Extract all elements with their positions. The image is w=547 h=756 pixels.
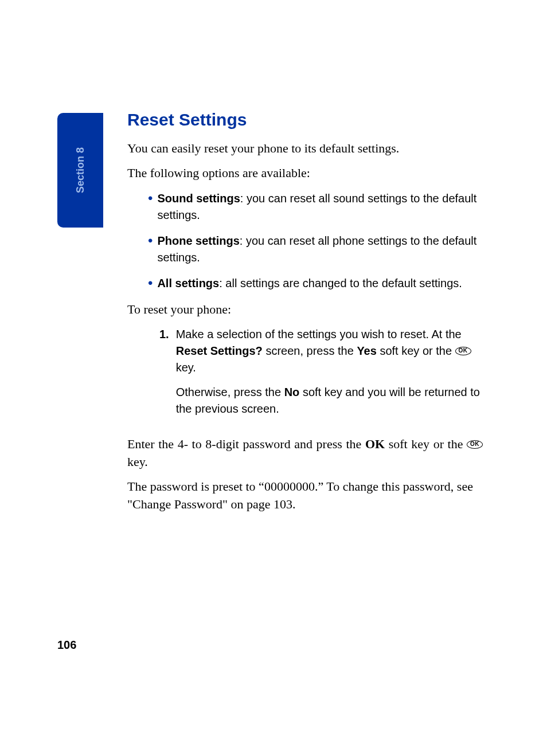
section-tab: Section 8: [57, 113, 103, 228]
intro-paragraph-1: You can easily reset your phone to its d…: [127, 140, 483, 158]
bullet-item: • All settings: all settings are changed…: [127, 275, 483, 292]
page-number: 106: [57, 639, 76, 652]
bullet-content: Phone settings: you can reset all phone …: [157, 233, 483, 266]
ok-key-icon: OK: [467, 440, 483, 449]
intro-paragraph-2: The following options are available:: [127, 164, 483, 182]
ok-key-icon: OK: [455, 347, 471, 355]
bullet-icon: •: [148, 276, 153, 293]
bullet-content: All settings: all settings are changed t…: [157, 275, 483, 292]
bullet-icon: •: [148, 191, 153, 225]
bullet-label: Sound settings: [157, 192, 240, 205]
post-paragraph-1: Enter the 4- to 8-digit password and pre…: [127, 436, 483, 471]
numbered-list: 1. Make a selection of the settings you …: [127, 326, 483, 425]
bullet-icon: •: [148, 234, 153, 267]
bullet-text: : all settings are changed to the defaul…: [219, 277, 462, 289]
bullet-item: • Sound settings: you can reset all soun…: [127, 190, 483, 224]
bullet-content: Sound settings: you can reset all sound …: [157, 190, 483, 224]
step-content: Make a selection of the settings you wis…: [176, 326, 483, 425]
post-paragraph-2: The password is preset to “00000000.” To…: [127, 478, 483, 514]
step-item: 1. Make a selection of the settings you …: [127, 326, 483, 425]
page-heading: Reset Settings: [127, 110, 483, 130]
step-paragraph: Make a selection of the settings you wis…: [176, 326, 483, 376]
bullet-item: • Phone settings: you can reset all phon…: [127, 233, 483, 266]
step-marker: 1.: [159, 326, 169, 425]
bullet-label: Phone settings: [157, 234, 239, 247]
page-content: Reset Settings You can easily reset your…: [127, 110, 483, 520]
steps-intro: To reset your phone:: [127, 301, 483, 319]
section-tab-label: Section 8: [75, 147, 87, 193]
step-paragraph: Otherwise, press the No soft key and you…: [176, 384, 483, 417]
bullet-list: • Sound settings: you can reset all soun…: [127, 190, 483, 292]
bullet-label: All settings: [157, 277, 219, 289]
